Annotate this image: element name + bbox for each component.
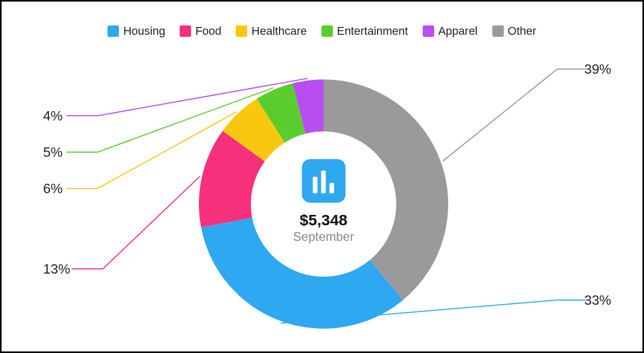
pct-label-entertainment: 5% [43, 144, 63, 160]
pct-label-apparel: 4% [43, 108, 63, 124]
slice-other [324, 79, 448, 300]
donut-chart [2, 2, 644, 353]
leader-food [72, 177, 200, 269]
leader-other [443, 69, 588, 161]
slice-housing [201, 218, 403, 329]
pct-label-housing: 33% [584, 292, 611, 308]
chart-frame: Housing Food Healthcare Entertainment Ap… [0, 0, 644, 353]
pct-label-food: 13% [43, 261, 70, 277]
pct-label-other: 39% [584, 61, 611, 77]
pct-label-healthcare: 6% [43, 181, 63, 197]
